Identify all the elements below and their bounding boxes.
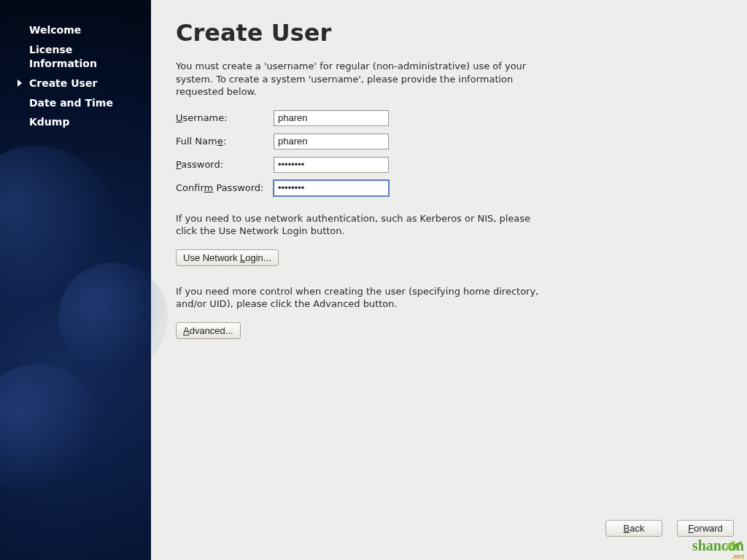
network-login-note: If you need to use network authenticatio… <box>176 212 541 238</box>
fullname-label: Full Name: <box>176 136 274 147</box>
wizard-sidebar: Welcome License Information Create User … <box>0 0 151 560</box>
row-username: Username: <box>176 110 722 126</box>
row-confirm-password: Confirm Password: <box>176 180 722 196</box>
leaf-icon <box>721 537 746 554</box>
back-button[interactable]: Back <box>605 520 662 537</box>
fullname-input[interactable] <box>274 133 389 149</box>
page-title: Create User <box>176 19 722 47</box>
chevron-right-icon <box>18 79 22 87</box>
advanced-note: If you need more control when creating t… <box>176 285 541 311</box>
sidebar-item-welcome[interactable]: Welcome <box>0 20 151 40</box>
confirm-password-label: Confirm Password: <box>176 182 274 193</box>
username-input[interactable] <box>274 110 389 126</box>
intro-text: You must create a 'username' for regular… <box>176 60 541 98</box>
sidebar-item-date-time[interactable]: Date and Time <box>0 93 151 113</box>
bg-bubble <box>0 365 102 496</box>
username-label: Username: <box>176 112 274 123</box>
confirm-password-input[interactable] <box>274 180 389 196</box>
row-password: Password: <box>176 157 722 173</box>
password-label: Password: <box>176 159 274 170</box>
sidebar-item-license[interactable]: License Information <box>0 40 151 74</box>
wizard-footer: Back Forward <box>605 520 734 537</box>
password-input[interactable] <box>274 157 389 173</box>
advanced-button[interactable]: Advanced... <box>176 322 241 339</box>
sidebar-item-create-user[interactable]: Create User <box>0 74 151 93</box>
use-network-login-button[interactable]: Use Network Login... <box>176 249 279 266</box>
wizard-steps: Welcome License Information Create User … <box>0 20 151 132</box>
create-user-form: Username: Full Name: Password: Confirm P… <box>176 110 722 196</box>
sidebar-item-kdump[interactable]: Kdump <box>0 112 151 132</box>
main-panel: Create User You must create a 'username'… <box>151 0 747 560</box>
row-fullname: Full Name: <box>176 133 722 149</box>
forward-button[interactable]: Forward <box>677 520 734 537</box>
watermark: shancun .net <box>692 537 744 560</box>
